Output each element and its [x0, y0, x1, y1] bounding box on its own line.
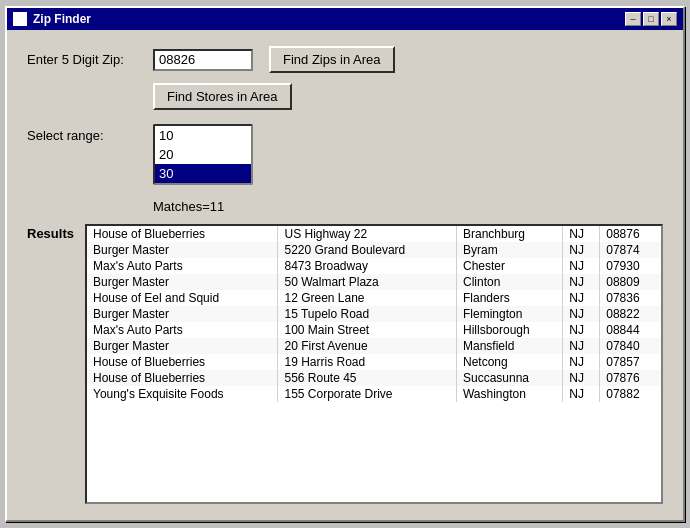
table-row: Young's Exquisite Foods155 Corporate Dri…	[87, 386, 661, 402]
table-row: Burger Master50 Walmart PlazaClintonNJ08…	[87, 274, 661, 290]
zip-label: Enter 5 Digit Zip:	[27, 52, 137, 67]
table-row: Burger Master5220 Grand BoulevardByramNJ…	[87, 242, 661, 258]
cell-zip: 07836	[600, 290, 661, 306]
window-title: Zip Finder	[33, 12, 619, 26]
cell-address: 8473 Broadway	[278, 258, 456, 274]
range-row: Select range: 10 20 30	[27, 124, 663, 185]
cell-name: Burger Master	[87, 338, 278, 354]
range-listbox[interactable]: 10 20 30	[153, 124, 253, 185]
zip-input[interactable]	[153, 49, 253, 71]
cell-zip: 07930	[600, 258, 661, 274]
cell-name: Max's Auto Parts	[87, 322, 278, 338]
cell-name: House of Blueberries	[87, 370, 278, 386]
range-option-30[interactable]: 30	[155, 164, 251, 183]
cell-city: Netcong	[456, 354, 562, 370]
cell-state: NJ	[563, 370, 600, 386]
cell-address: 20 First Avenue	[278, 338, 456, 354]
cell-state: NJ	[563, 322, 600, 338]
cell-zip: 07857	[600, 354, 661, 370]
cell-city: Succasunna	[456, 370, 562, 386]
cell-city: Washington	[456, 386, 562, 402]
cell-city: Byram	[456, 242, 562, 258]
cell-name: Burger Master	[87, 242, 278, 258]
find-stores-row: Find Stores in Area	[27, 83, 663, 110]
table-row: House of BlueberriesUS Highway 22Branchb…	[87, 226, 661, 242]
results-label: Results	[27, 224, 77, 504]
cell-zip: 07840	[600, 338, 661, 354]
cell-state: NJ	[563, 338, 600, 354]
cell-state: NJ	[563, 274, 600, 290]
cell-state: NJ	[563, 226, 600, 242]
window-content: Enter 5 Digit Zip: Find Zips in Area Fin…	[7, 30, 683, 520]
cell-state: NJ	[563, 290, 600, 306]
cell-address: 5220 Grand Boulevard	[278, 242, 456, 258]
minimize-button[interactable]: –	[625, 12, 641, 26]
matches-text: Matches=11	[153, 199, 224, 214]
cell-zip: 08809	[600, 274, 661, 290]
cell-zip: 08822	[600, 306, 661, 322]
svg-rect-0	[15, 14, 25, 24]
table-row: House of Blueberries19 Harris RoadNetcon…	[87, 354, 661, 370]
results-table: House of BlueberriesUS Highway 22Branchb…	[87, 226, 661, 402]
cell-zip: 07874	[600, 242, 661, 258]
table-row: House of Blueberries556 Route 45Succasun…	[87, 370, 661, 386]
zip-row: Enter 5 Digit Zip: Find Zips in Area	[27, 46, 663, 73]
cell-city: Mansfield	[456, 338, 562, 354]
cell-name: Max's Auto Parts	[87, 258, 278, 274]
cell-city: Branchburg	[456, 226, 562, 242]
cell-address: 100 Main Street	[278, 322, 456, 338]
cell-city: Clinton	[456, 274, 562, 290]
cell-zip: 08844	[600, 322, 661, 338]
cell-city: Flanders	[456, 290, 562, 306]
cell-address: 155 Corporate Drive	[278, 386, 456, 402]
cell-address: 556 Route 45	[278, 370, 456, 386]
find-zips-button[interactable]: Find Zips in Area	[269, 46, 395, 73]
close-button[interactable]: ×	[661, 12, 677, 26]
title-bar: Zip Finder – □ ×	[7, 8, 683, 30]
cell-state: NJ	[563, 306, 600, 322]
cell-city: Chester	[456, 258, 562, 274]
cell-name: Burger Master	[87, 306, 278, 322]
table-row: Burger Master20 First AvenueMansfieldNJ0…	[87, 338, 661, 354]
cell-name: Burger Master	[87, 274, 278, 290]
table-row: Max's Auto Parts8473 BroadwayChesterNJ07…	[87, 258, 661, 274]
cell-name: House of Blueberries	[87, 226, 278, 242]
cell-name: House of Eel and Squid	[87, 290, 278, 306]
matches-row: Matches=11	[27, 199, 663, 214]
cell-zip: 08876	[600, 226, 661, 242]
cell-address: 50 Walmart Plaza	[278, 274, 456, 290]
cell-zip: 07882	[600, 386, 661, 402]
cell-address: US Highway 22	[278, 226, 456, 242]
cell-city: Flemington	[456, 306, 562, 322]
cell-state: NJ	[563, 386, 600, 402]
cell-state: NJ	[563, 354, 600, 370]
table-row: Burger Master15 Tupelo RoadFlemingtonNJ0…	[87, 306, 661, 322]
cell-state: NJ	[563, 258, 600, 274]
main-window: Zip Finder – □ × Enter 5 Digit Zip: Find…	[5, 6, 685, 522]
title-bar-buttons: – □ ×	[625, 12, 677, 26]
table-row: Max's Auto Parts100 Main StreetHillsboro…	[87, 322, 661, 338]
table-row: House of Eel and Squid12 Green LaneFland…	[87, 290, 661, 306]
find-stores-button[interactable]: Find Stores in Area	[153, 83, 292, 110]
cell-address: 15 Tupelo Road	[278, 306, 456, 322]
cell-name: House of Blueberries	[87, 354, 278, 370]
range-option-20[interactable]: 20	[155, 145, 251, 164]
range-label: Select range:	[27, 124, 137, 143]
results-table-container[interactable]: House of BlueberriesUS Highway 22Branchb…	[85, 224, 663, 504]
cell-zip: 07876	[600, 370, 661, 386]
maximize-button[interactable]: □	[643, 12, 659, 26]
cell-address: 12 Green Lane	[278, 290, 456, 306]
cell-name: Young's Exquisite Foods	[87, 386, 278, 402]
cell-state: NJ	[563, 242, 600, 258]
window-icon	[13, 12, 27, 26]
cell-city: Hillsborough	[456, 322, 562, 338]
results-section: Results House of BlueberriesUS Highway 2…	[27, 224, 663, 504]
range-option-10[interactable]: 10	[155, 126, 251, 145]
cell-address: 19 Harris Road	[278, 354, 456, 370]
